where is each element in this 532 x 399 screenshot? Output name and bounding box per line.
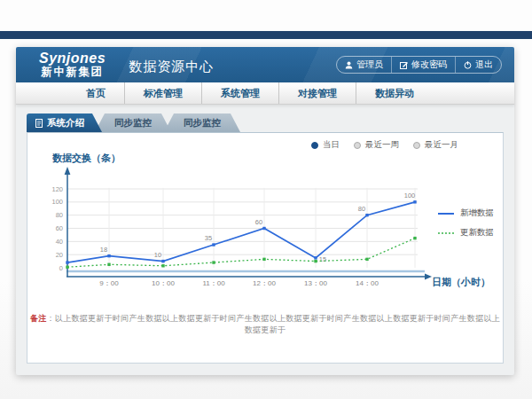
svg-text:20: 20 (56, 251, 63, 259)
legend-item-updated-data: 更新数据 (438, 227, 494, 239)
svg-text:13：00: 13：00 (304, 279, 327, 287)
nav-item-standard-mgmt[interactable]: 标准管理 (124, 82, 201, 104)
x-axis-title: 日期（小时） (432, 276, 490, 289)
svg-text:14：00: 14：00 (356, 279, 379, 287)
nav-item-system-mgmt[interactable]: 系统管理 (201, 82, 278, 104)
chart-legend: 新增数据 更新数据 (438, 207, 494, 239)
logout-button[interactable]: 退出 (455, 57, 501, 73)
main-nav: 首页 标准管理 系统管理 对接管理 数据异动 (16, 82, 514, 105)
edit-icon (400, 61, 408, 69)
line-chart: 0204060801001209：0010：0011：0012：0013：001… (27, 133, 505, 297)
svg-text:60: 60 (56, 224, 63, 232)
app-header: Synjones 新中新集团 数据资源中心 管理员 修改密码 退出 (16, 47, 514, 82)
tab-bar: 系统介绍 同步监控 同步监控 (27, 113, 240, 132)
page-title: 数据资源中心 (129, 59, 214, 75)
nav-item-data-change[interactable]: 数据异动 (356, 82, 433, 104)
svg-text:100: 100 (51, 198, 63, 206)
nav-item-home[interactable]: 首页 (67, 82, 124, 104)
svg-text:9：00: 9：00 (99, 279, 119, 287)
svg-text:0: 0 (59, 264, 63, 272)
svg-text:120: 120 (51, 185, 63, 193)
svg-text:15: 15 (319, 255, 326, 263)
content-panel: 当日 最近一周 最近一月 数据交换（条） 0204060801001209：00… (27, 132, 504, 364)
footnote-text: ：以上数据更新于时间产生数据以上数据更新于时间产生数据以上数据更新于时间产生数据… (47, 314, 501, 334)
solid-line-icon (438, 212, 454, 215)
svg-text:60: 60 (255, 218, 262, 226)
svg-text:18: 18 (100, 246, 107, 254)
tab-system-intro[interactable]: 系统介绍 (27, 113, 102, 132)
user-account-button[interactable]: 管理员 (337, 57, 391, 73)
tab-sync-monitor-2[interactable]: 同步监控 (164, 113, 240, 132)
change-password-button[interactable]: 修改密码 (391, 57, 455, 73)
svg-text:12：00: 12：00 (253, 279, 276, 287)
document-icon (35, 119, 43, 128)
company-logo: Synjones 新中新集团 (39, 51, 106, 78)
dotted-line-icon (438, 231, 454, 235)
app-window: Synjones 新中新集团 数据资源中心 管理员 修改密码 退出 首页 标准管… (16, 47, 514, 375)
svg-text:35: 35 (205, 234, 212, 242)
legend-item-new-data: 新增数据 (438, 207, 494, 219)
nav-item-interface-mgmt[interactable]: 对接管理 (278, 82, 356, 104)
power-icon (464, 61, 472, 69)
svg-text:80: 80 (358, 205, 365, 213)
footnote-label: 备注 (30, 314, 47, 323)
svg-text:40: 40 (56, 238, 63, 246)
svg-text:100: 100 (404, 192, 416, 200)
logo-text-en: Synjones (39, 51, 106, 66)
tab-sync-monitor-1[interactable]: 同步监控 (95, 113, 171, 132)
footnote: 备注：以上数据更新于时间产生数据以上数据更新于时间产生数据以上数据更新于时间产生… (27, 313, 503, 336)
user-menu: 管理员 修改密码 退出 (336, 56, 502, 74)
top-decor-bar (0, 31, 532, 39)
user-icon (345, 61, 353, 69)
svg-text:11：00: 11：00 (202, 279, 225, 287)
logo-text-cn: 新中新集团 (42, 66, 104, 78)
svg-text:10：00: 10：00 (152, 279, 175, 287)
svg-text:10: 10 (154, 251, 161, 259)
svg-text:80: 80 (56, 211, 63, 219)
